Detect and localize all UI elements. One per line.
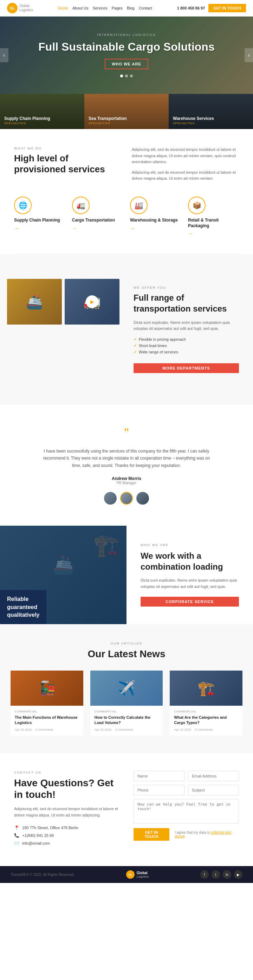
footer-social: f t in ▶ xyxy=(200,870,242,879)
news-title: Our Latest News xyxy=(11,648,242,660)
news-card-3-body: COMMERCIAL What Are the Categories and C… xyxy=(170,706,242,736)
check-item-1: Flexible in pricing approach xyxy=(134,337,239,342)
hero-section: ‹ INTERNATIONAL LOGISTICS Full Sustainab… xyxy=(0,16,253,94)
service-card-2-sub: SPECIALTIES xyxy=(89,122,164,125)
service-card-supply-chain[interactable]: Supply Chain Planning SPECIALTIES xyxy=(0,94,84,129)
services-grid: 🌐 Supply Chain Planning → 🚛 Cargo Transp… xyxy=(14,197,239,236)
service-item-1-title: Supply Chain Planning xyxy=(14,218,65,223)
service-cards-row: Supply Chain Planning SPECIALTIES Sea Tr… xyxy=(0,94,253,129)
about-image-overlay: Reliableguaranteedqualitatively xyxy=(0,590,46,624)
news-grid: 🚂 COMMERCIAL The Main Functions of Wareh… xyxy=(11,671,242,736)
service-item-supply-chain[interactable]: 🌐 Supply Chain Planning → xyxy=(14,197,65,236)
social-facebook[interactable]: f xyxy=(200,870,209,879)
form-email-input[interactable] xyxy=(188,771,239,781)
phone-icon: 📞 xyxy=(14,833,19,838)
get-in-touch-header-button[interactable]: GET IN TOUCH xyxy=(208,4,246,12)
cargo-icon: 🚛 xyxy=(72,197,90,214)
news-tag-1: COMMERCIAL xyxy=(15,710,79,713)
nav-blog[interactable]: Blog xyxy=(127,6,135,10)
agree-link[interactable]: collected and stored xyxy=(175,830,231,838)
about-section: 🏗️ 🚢 Reliableguaranteedqualitatively WHO… xyxy=(0,526,253,625)
supply-chain-icon: 🌐 xyxy=(14,197,32,214)
what-we-do-left: WHAT WE DO High level of provisioned ser… xyxy=(14,146,121,182)
transport-section: 🚢 🚛 ▶ WE OFFER YOU Full range of transpo… xyxy=(0,254,253,405)
hero-dots xyxy=(38,75,214,77)
play-button[interactable]: ▶ xyxy=(86,295,99,308)
social-twitter[interactable]: t xyxy=(212,870,220,879)
news-image-2: ✈️ xyxy=(90,671,163,706)
corporate-service-button[interactable]: CORPORATE SERVICE xyxy=(140,597,239,606)
nav-contact[interactable]: Contact xyxy=(139,6,152,10)
service-item-3-arrow[interactable]: → xyxy=(130,225,181,231)
service-card-2-title: Sea Transportation xyxy=(89,116,164,121)
service-item-cargo[interactable]: 🚛 Cargo Transportation → xyxy=(72,197,123,236)
news-label: OUR ARTICLES xyxy=(11,642,242,645)
social-linkedin[interactable]: in xyxy=(223,870,231,879)
contact-text: Adipiscing elit, sed do eiusmod tempor i… xyxy=(14,806,119,818)
news-date-1: Apr 22 2022 xyxy=(15,728,32,732)
news-card-1[interactable]: 🚂 COMMERCIAL The Main Functions of Wareh… xyxy=(11,671,83,736)
form-name-input[interactable] xyxy=(134,771,185,781)
testimonial-role: PR Manager xyxy=(14,481,239,485)
hero-dot-3[interactable] xyxy=(130,75,133,77)
form-subject-input[interactable] xyxy=(188,785,239,795)
hero-content: INTERNATIONAL LOGISTICS Full Sustainable… xyxy=(31,22,221,88)
service-item-retail[interactable]: 📦 Retail & Transit Packaging → xyxy=(188,197,239,236)
footer-logo: GL Global Logistics xyxy=(126,870,149,879)
social-youtube[interactable]: ▶ xyxy=(234,870,242,879)
avatar-row xyxy=(14,492,239,504)
service-card-3-sub: SPECIALTIES xyxy=(173,122,249,125)
hero-title: Full Sustainable Cargo Solutions xyxy=(38,40,214,53)
form-row-2 xyxy=(134,785,239,795)
hero-prev-button[interactable]: ‹ xyxy=(0,48,8,62)
who-we-are-button[interactable]: WHO WE ARE xyxy=(105,59,148,69)
about-content: WHO WE ARE We work with a combination lo… xyxy=(126,526,253,625)
avatar-3[interactable] xyxy=(136,492,149,504)
nav-pages[interactable]: Pages xyxy=(112,6,123,10)
service-card-sea-transport[interactable]: Sea Transportation SPECIALTIES xyxy=(84,94,169,129)
what-we-do-section: WHAT WE DO High level of provisioned ser… xyxy=(0,129,253,254)
service-item-1-arrow[interactable]: → xyxy=(14,225,65,231)
nav-home[interactable]: Home xyxy=(58,6,68,10)
crane-decoration: 🏗️ xyxy=(93,533,119,558)
logo[interactable]: GL Global Logistics xyxy=(7,3,33,13)
service-item-4-arrow[interactable]: → xyxy=(188,231,239,236)
contact-phone: 📞 +1(840) 841 25 69 xyxy=(14,833,119,838)
footer-logo-icon: GL xyxy=(126,870,135,879)
form-phone-input[interactable] xyxy=(134,785,185,795)
news-comments-2: 0 Comments xyxy=(115,728,133,732)
service-card-warehouse[interactable]: Warehouse Services SPECIALTIES xyxy=(169,94,253,129)
quote-icon: " xyxy=(14,426,239,441)
footer: ThemeREX © 2022. All Rights Reserved. GL… xyxy=(0,866,253,883)
main-nav: Home About Us Services Pages Blog Contac… xyxy=(58,6,152,10)
what-we-do-text1: Adipiscing elit, sed do eiusmod tempor i… xyxy=(132,146,239,165)
more-departments-button[interactable]: MORE DEPARTMENTS xyxy=(134,363,239,373)
header-right: 1 800 458 86 97 GET IN TOUCH xyxy=(177,4,246,12)
transport-checklist: Flexible in pricing approach Short lead … xyxy=(134,337,239,356)
news-card-2[interactable]: ✈️ COMMERCIAL How to Correctly Calculate… xyxy=(90,671,163,736)
hero-tag: INTERNATIONAL LOGISTICS xyxy=(38,33,214,37)
news-header: OUR ARTICLES Our Latest News xyxy=(11,642,242,660)
phone-number: 1 800 458 86 97 xyxy=(177,6,205,10)
service-item-2-arrow[interactable]: → xyxy=(72,225,123,231)
email-icon: ✉️ xyxy=(14,841,19,846)
hero-dot-1[interactable] xyxy=(120,75,123,77)
nav-services[interactable]: Services xyxy=(92,6,107,10)
hero-next-button[interactable]: › xyxy=(245,48,253,62)
hero-dot-2[interactable] xyxy=(125,75,128,77)
news-card-3[interactable]: 🏗️ COMMERCIAL What Are the Categories an… xyxy=(170,671,242,736)
form-submit-button[interactable]: GET IN TOUCH xyxy=(134,828,169,841)
about-image: 🏗️ 🚢 Reliableguaranteedqualitatively xyxy=(0,526,126,625)
nav-about[interactable]: About Us xyxy=(72,6,88,10)
service-card-3-title: Warehouse Services xyxy=(173,116,249,121)
avatar-1[interactable] xyxy=(104,492,117,504)
news-comments-3: 0 Comments xyxy=(195,728,213,732)
news-comments-1: 0 Comments xyxy=(35,728,53,732)
contact-label: CONTACT US xyxy=(14,771,119,774)
avatar-2[interactable] xyxy=(120,492,133,504)
form-message-textarea[interactable] xyxy=(134,799,239,824)
service-item-warehouse[interactable]: 🏭 Warehousing & Storage → xyxy=(130,197,181,236)
what-we-do-right: Adipiscing elit, sed do eiusmod tempor i… xyxy=(132,146,239,186)
news-image-1: 🚂 xyxy=(11,671,83,706)
retail-icon: 📦 xyxy=(188,197,205,214)
